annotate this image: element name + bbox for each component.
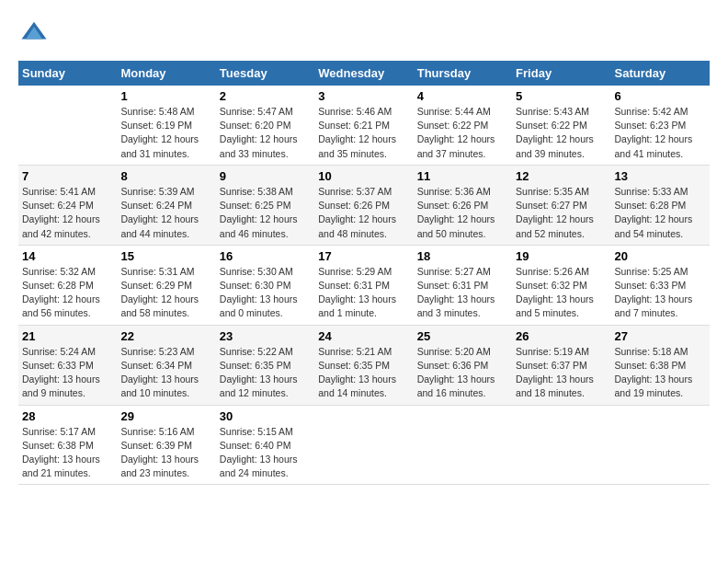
day-info: Sunrise: 5:36 AM Sunset: 6:26 PM Dayligh… bbox=[417, 185, 508, 241]
day-number: 27 bbox=[615, 329, 706, 343]
logo bbox=[18, 18, 53, 46]
day-number: 26 bbox=[516, 329, 607, 343]
calendar-cell: 3Sunrise: 5:46 AM Sunset: 6:21 PM Daylig… bbox=[314, 86, 413, 165]
day-number: 7 bbox=[22, 169, 113, 183]
day-number: 28 bbox=[22, 409, 113, 423]
calendar-header: SundayMondayTuesdayWednesdayThursdayFrid… bbox=[18, 61, 710, 86]
day-info: Sunrise: 5:30 AM Sunset: 6:30 PM Dayligh… bbox=[220, 265, 311, 321]
day-number: 19 bbox=[516, 249, 607, 263]
weekday-header-wednesday: Wednesday bbox=[314, 61, 413, 86]
week-row: 7Sunrise: 5:41 AM Sunset: 6:24 PM Daylig… bbox=[18, 165, 710, 245]
calendar-cell: 5Sunrise: 5:43 AM Sunset: 6:22 PM Daylig… bbox=[512, 86, 610, 165]
calendar-cell: 26Sunrise: 5:19 AM Sunset: 6:37 PM Dayli… bbox=[512, 325, 610, 405]
day-info: Sunrise: 5:44 AM Sunset: 6:22 PM Dayligh… bbox=[417, 105, 508, 161]
day-info: Sunrise: 5:38 AM Sunset: 6:25 PM Dayligh… bbox=[220, 185, 311, 241]
calendar-cell: 30Sunrise: 5:15 AM Sunset: 6:40 PM Dayli… bbox=[216, 405, 314, 485]
day-info: Sunrise: 5:23 AM Sunset: 6:34 PM Dayligh… bbox=[120, 345, 211, 401]
day-info: Sunrise: 5:37 AM Sunset: 6:26 PM Dayligh… bbox=[318, 185, 409, 241]
calendar-cell bbox=[512, 405, 610, 485]
day-info: Sunrise: 5:17 AM Sunset: 6:38 PM Dayligh… bbox=[22, 425, 113, 481]
day-info: Sunrise: 5:20 AM Sunset: 6:36 PM Dayligh… bbox=[417, 345, 508, 401]
calendar-cell: 25Sunrise: 5:20 AM Sunset: 6:36 PM Dayli… bbox=[414, 325, 512, 405]
calendar-cell bbox=[18, 86, 117, 165]
page-header bbox=[18, 18, 710, 46]
day-number: 4 bbox=[417, 89, 508, 103]
calendar-cell: 21Sunrise: 5:24 AM Sunset: 6:33 PM Dayli… bbox=[18, 325, 117, 405]
calendar-cell bbox=[414, 405, 512, 485]
week-row: 21Sunrise: 5:24 AM Sunset: 6:33 PM Dayli… bbox=[18, 325, 710, 405]
day-info: Sunrise: 5:22 AM Sunset: 6:35 PM Dayligh… bbox=[220, 345, 311, 401]
calendar-cell: 27Sunrise: 5:18 AM Sunset: 6:38 PM Dayli… bbox=[611, 325, 710, 405]
day-info: Sunrise: 5:43 AM Sunset: 6:22 PM Dayligh… bbox=[516, 105, 607, 161]
calendar-cell: 10Sunrise: 5:37 AM Sunset: 6:26 PM Dayli… bbox=[314, 165, 413, 245]
day-info: Sunrise: 5:47 AM Sunset: 6:20 PM Dayligh… bbox=[220, 105, 311, 161]
calendar-cell: 22Sunrise: 5:23 AM Sunset: 6:34 PM Dayli… bbox=[117, 325, 215, 405]
day-info: Sunrise: 5:41 AM Sunset: 6:24 PM Dayligh… bbox=[22, 185, 113, 241]
weekday-header-friday: Friday bbox=[512, 61, 610, 86]
day-number: 9 bbox=[220, 169, 311, 183]
day-number: 6 bbox=[615, 89, 706, 103]
day-info: Sunrise: 5:35 AM Sunset: 6:27 PM Dayligh… bbox=[516, 185, 607, 241]
week-row: 14Sunrise: 5:32 AM Sunset: 6:28 PM Dayli… bbox=[18, 245, 710, 325]
day-info: Sunrise: 5:29 AM Sunset: 6:31 PM Dayligh… bbox=[318, 265, 409, 321]
day-info: Sunrise: 5:18 AM Sunset: 6:38 PM Dayligh… bbox=[615, 345, 706, 401]
calendar-cell: 2Sunrise: 5:47 AM Sunset: 6:20 PM Daylig… bbox=[216, 86, 314, 165]
day-number: 22 bbox=[120, 329, 211, 343]
calendar-cell bbox=[611, 405, 710, 485]
day-number: 21 bbox=[22, 329, 113, 343]
calendar-cell: 19Sunrise: 5:26 AM Sunset: 6:32 PM Dayli… bbox=[512, 245, 610, 325]
day-number: 2 bbox=[220, 89, 311, 103]
day-number: 8 bbox=[120, 169, 211, 183]
day-number: 18 bbox=[417, 249, 508, 263]
day-number: 15 bbox=[120, 249, 211, 263]
week-row: 28Sunrise: 5:17 AM Sunset: 6:38 PM Dayli… bbox=[18, 405, 710, 485]
day-number: 16 bbox=[220, 249, 311, 263]
day-info: Sunrise: 5:46 AM Sunset: 6:21 PM Dayligh… bbox=[318, 105, 409, 161]
calendar-cell: 1Sunrise: 5:48 AM Sunset: 6:19 PM Daylig… bbox=[117, 86, 215, 165]
day-info: Sunrise: 5:31 AM Sunset: 6:29 PM Dayligh… bbox=[120, 265, 211, 321]
calendar-cell: 12Sunrise: 5:35 AM Sunset: 6:27 PM Dayli… bbox=[512, 165, 610, 245]
weekday-header-row: SundayMondayTuesdayWednesdayThursdayFrid… bbox=[18, 61, 710, 86]
day-number: 17 bbox=[318, 249, 409, 263]
day-number: 25 bbox=[417, 329, 508, 343]
day-info: Sunrise: 5:39 AM Sunset: 6:24 PM Dayligh… bbox=[120, 185, 211, 241]
calendar-cell: 28Sunrise: 5:17 AM Sunset: 6:38 PM Dayli… bbox=[18, 405, 117, 485]
weekday-header-saturday: Saturday bbox=[611, 61, 710, 86]
calendar-cell: 14Sunrise: 5:32 AM Sunset: 6:28 PM Dayli… bbox=[18, 245, 117, 325]
calendar-cell bbox=[314, 405, 413, 485]
day-number: 29 bbox=[120, 409, 211, 423]
day-number: 5 bbox=[516, 89, 607, 103]
calendar-body: 1Sunrise: 5:48 AM Sunset: 6:19 PM Daylig… bbox=[18, 86, 710, 485]
day-number: 23 bbox=[220, 329, 311, 343]
day-info: Sunrise: 5:21 AM Sunset: 6:35 PM Dayligh… bbox=[318, 345, 409, 401]
calendar-cell: 4Sunrise: 5:44 AM Sunset: 6:22 PM Daylig… bbox=[414, 86, 512, 165]
day-number: 14 bbox=[22, 249, 113, 263]
weekday-header-tuesday: Tuesday bbox=[216, 61, 314, 86]
calendar-cell: 9Sunrise: 5:38 AM Sunset: 6:25 PM Daylig… bbox=[216, 165, 314, 245]
day-info: Sunrise: 5:15 AM Sunset: 6:40 PM Dayligh… bbox=[220, 425, 311, 481]
weekday-header-sunday: Sunday bbox=[18, 61, 117, 86]
day-info: Sunrise: 5:26 AM Sunset: 6:32 PM Dayligh… bbox=[516, 265, 607, 321]
day-number: 10 bbox=[318, 169, 409, 183]
calendar-cell: 8Sunrise: 5:39 AM Sunset: 6:24 PM Daylig… bbox=[117, 165, 215, 245]
calendar-cell: 13Sunrise: 5:33 AM Sunset: 6:28 PM Dayli… bbox=[611, 165, 710, 245]
day-number: 13 bbox=[615, 169, 706, 183]
day-number: 12 bbox=[516, 169, 607, 183]
logo-icon bbox=[20, 18, 48, 46]
calendar-cell: 15Sunrise: 5:31 AM Sunset: 6:29 PM Dayli… bbox=[117, 245, 215, 325]
week-row: 1Sunrise: 5:48 AM Sunset: 6:19 PM Daylig… bbox=[18, 86, 710, 165]
day-info: Sunrise: 5:24 AM Sunset: 6:33 PM Dayligh… bbox=[22, 345, 113, 401]
day-number: 20 bbox=[615, 249, 706, 263]
calendar-cell: 17Sunrise: 5:29 AM Sunset: 6:31 PM Dayli… bbox=[314, 245, 413, 325]
day-number: 11 bbox=[417, 169, 508, 183]
day-info: Sunrise: 5:19 AM Sunset: 6:37 PM Dayligh… bbox=[516, 345, 607, 401]
calendar-cell: 7Sunrise: 5:41 AM Sunset: 6:24 PM Daylig… bbox=[18, 165, 117, 245]
day-number: 3 bbox=[318, 89, 409, 103]
day-info: Sunrise: 5:33 AM Sunset: 6:28 PM Dayligh… bbox=[615, 185, 706, 241]
calendar-cell: 23Sunrise: 5:22 AM Sunset: 6:35 PM Dayli… bbox=[216, 325, 314, 405]
day-info: Sunrise: 5:27 AM Sunset: 6:31 PM Dayligh… bbox=[417, 265, 508, 321]
day-number: 24 bbox=[318, 329, 409, 343]
calendar-table: SundayMondayTuesdayWednesdayThursdayFrid… bbox=[18, 61, 710, 485]
weekday-header-thursday: Thursday bbox=[414, 61, 512, 86]
calendar-cell: 11Sunrise: 5:36 AM Sunset: 6:26 PM Dayli… bbox=[414, 165, 512, 245]
